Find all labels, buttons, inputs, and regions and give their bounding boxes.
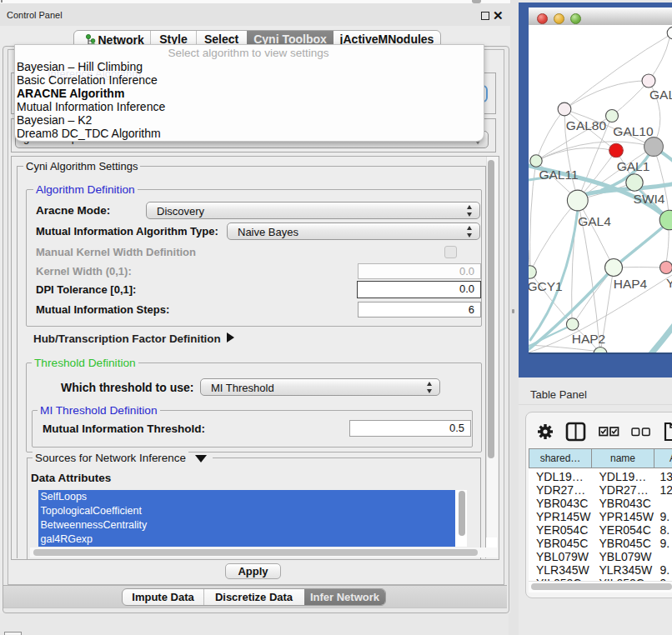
svg-text:GAL10: GAL10 xyxy=(613,124,654,138)
svg-text:GAL1: GAL1 xyxy=(617,159,650,173)
svg-text:GAL7: GAL7 xyxy=(649,88,672,102)
svg-text:GAL11: GAL11 xyxy=(539,168,578,182)
svg-text:GCY1: GCY1 xyxy=(529,279,563,293)
svg-text:SWI4: SWI4 xyxy=(634,192,665,206)
svg-text:YM: YM xyxy=(666,276,672,290)
svg-text:GAL80: GAL80 xyxy=(566,118,607,132)
svg-text:HAP2: HAP2 xyxy=(572,332,606,346)
svg-text:GAL4: GAL4 xyxy=(578,214,611,228)
svg-text:HAP4: HAP4 xyxy=(614,277,648,291)
